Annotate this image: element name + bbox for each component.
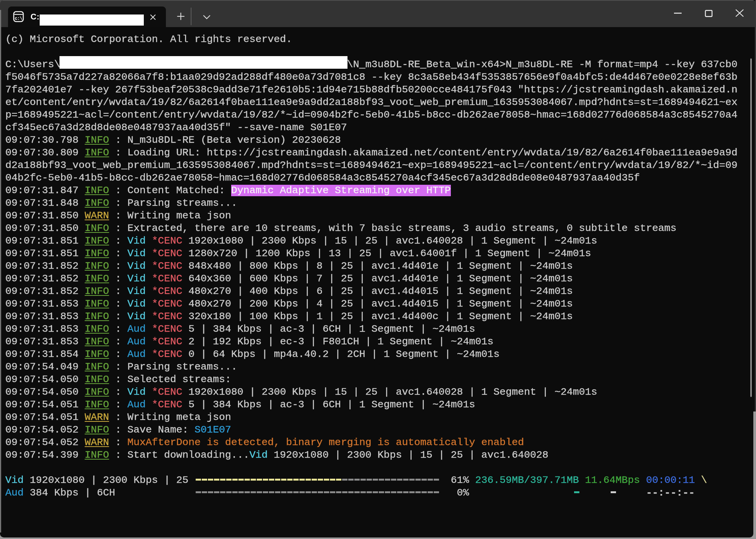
svg-text:c:\: c:\ [15, 16, 23, 21]
